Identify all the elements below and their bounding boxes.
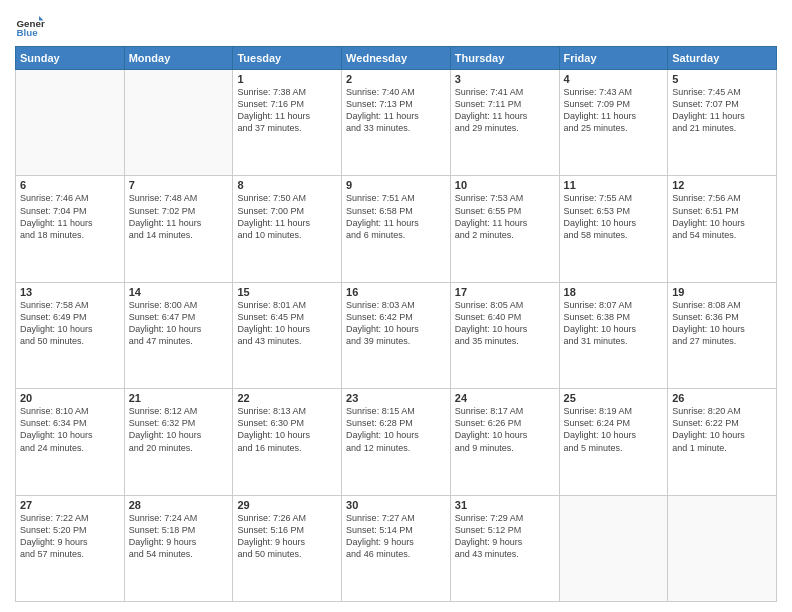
- calendar-cell: 23Sunrise: 8:15 AM Sunset: 6:28 PM Dayli…: [342, 389, 451, 495]
- day-number: 22: [237, 392, 337, 404]
- day-number: 19: [672, 286, 772, 298]
- day-number: 13: [20, 286, 120, 298]
- day-info: Sunrise: 8:07 AM Sunset: 6:38 PM Dayligh…: [564, 299, 664, 348]
- day-info: Sunrise: 7:55 AM Sunset: 6:53 PM Dayligh…: [564, 192, 664, 241]
- weekday-header-friday: Friday: [559, 47, 668, 70]
- day-number: 25: [564, 392, 664, 404]
- day-number: 31: [455, 499, 555, 511]
- calendar-cell: 25Sunrise: 8:19 AM Sunset: 6:24 PM Dayli…: [559, 389, 668, 495]
- weekday-header-sunday: Sunday: [16, 47, 125, 70]
- weekday-header-monday: Monday: [124, 47, 233, 70]
- weekday-header-tuesday: Tuesday: [233, 47, 342, 70]
- calendar-week-row: 1Sunrise: 7:38 AM Sunset: 7:16 PM Daylig…: [16, 70, 777, 176]
- calendar-cell: [16, 70, 125, 176]
- calendar-cell: 13Sunrise: 7:58 AM Sunset: 6:49 PM Dayli…: [16, 282, 125, 388]
- day-number: 4: [564, 73, 664, 85]
- day-info: Sunrise: 8:19 AM Sunset: 6:24 PM Dayligh…: [564, 405, 664, 454]
- day-info: Sunrise: 7:41 AM Sunset: 7:11 PM Dayligh…: [455, 86, 555, 135]
- calendar-cell: 27Sunrise: 7:22 AM Sunset: 5:20 PM Dayli…: [16, 495, 125, 601]
- day-number: 7: [129, 179, 229, 191]
- weekday-header-saturday: Saturday: [668, 47, 777, 70]
- day-info: Sunrise: 7:51 AM Sunset: 6:58 PM Dayligh…: [346, 192, 446, 241]
- calendar-cell: [668, 495, 777, 601]
- day-info: Sunrise: 7:46 AM Sunset: 7:04 PM Dayligh…: [20, 192, 120, 241]
- day-info: Sunrise: 8:10 AM Sunset: 6:34 PM Dayligh…: [20, 405, 120, 454]
- day-number: 11: [564, 179, 664, 191]
- day-number: 16: [346, 286, 446, 298]
- calendar-cell: 18Sunrise: 8:07 AM Sunset: 6:38 PM Dayli…: [559, 282, 668, 388]
- day-info: Sunrise: 8:01 AM Sunset: 6:45 PM Dayligh…: [237, 299, 337, 348]
- calendar-cell: 22Sunrise: 8:13 AM Sunset: 6:30 PM Dayli…: [233, 389, 342, 495]
- day-number: 20: [20, 392, 120, 404]
- calendar-cell: [559, 495, 668, 601]
- calendar-cell: 28Sunrise: 7:24 AM Sunset: 5:18 PM Dayli…: [124, 495, 233, 601]
- calendar-week-row: 20Sunrise: 8:10 AM Sunset: 6:34 PM Dayli…: [16, 389, 777, 495]
- calendar-cell: 21Sunrise: 8:12 AM Sunset: 6:32 PM Dayli…: [124, 389, 233, 495]
- day-info: Sunrise: 7:27 AM Sunset: 5:14 PM Dayligh…: [346, 512, 446, 561]
- day-number: 21: [129, 392, 229, 404]
- calendar-cell: 26Sunrise: 8:20 AM Sunset: 6:22 PM Dayli…: [668, 389, 777, 495]
- day-number: 28: [129, 499, 229, 511]
- calendar-cell: 4Sunrise: 7:43 AM Sunset: 7:09 PM Daylig…: [559, 70, 668, 176]
- day-info: Sunrise: 8:05 AM Sunset: 6:40 PM Dayligh…: [455, 299, 555, 348]
- day-info: Sunrise: 7:38 AM Sunset: 7:16 PM Dayligh…: [237, 86, 337, 135]
- day-info: Sunrise: 8:03 AM Sunset: 6:42 PM Dayligh…: [346, 299, 446, 348]
- day-info: Sunrise: 7:43 AM Sunset: 7:09 PM Dayligh…: [564, 86, 664, 135]
- day-number: 15: [237, 286, 337, 298]
- calendar-cell: 30Sunrise: 7:27 AM Sunset: 5:14 PM Dayli…: [342, 495, 451, 601]
- day-info: Sunrise: 7:26 AM Sunset: 5:16 PM Dayligh…: [237, 512, 337, 561]
- svg-text:Blue: Blue: [17, 27, 39, 38]
- day-info: Sunrise: 8:20 AM Sunset: 6:22 PM Dayligh…: [672, 405, 772, 454]
- day-number: 26: [672, 392, 772, 404]
- day-number: 3: [455, 73, 555, 85]
- calendar-cell: 5Sunrise: 7:45 AM Sunset: 7:07 PM Daylig…: [668, 70, 777, 176]
- day-number: 30: [346, 499, 446, 511]
- day-number: 6: [20, 179, 120, 191]
- calendar-cell: 19Sunrise: 8:08 AM Sunset: 6:36 PM Dayli…: [668, 282, 777, 388]
- day-info: Sunrise: 7:29 AM Sunset: 5:12 PM Dayligh…: [455, 512, 555, 561]
- calendar-table: SundayMondayTuesdayWednesdayThursdayFrid…: [15, 46, 777, 602]
- day-number: 14: [129, 286, 229, 298]
- weekday-header-row: SundayMondayTuesdayWednesdayThursdayFrid…: [16, 47, 777, 70]
- day-number: 2: [346, 73, 446, 85]
- day-info: Sunrise: 7:58 AM Sunset: 6:49 PM Dayligh…: [20, 299, 120, 348]
- calendar-cell: 17Sunrise: 8:05 AM Sunset: 6:40 PM Dayli…: [450, 282, 559, 388]
- calendar-cell: 11Sunrise: 7:55 AM Sunset: 6:53 PM Dayli…: [559, 176, 668, 282]
- weekday-header-wednesday: Wednesday: [342, 47, 451, 70]
- calendar-cell: 15Sunrise: 8:01 AM Sunset: 6:45 PM Dayli…: [233, 282, 342, 388]
- day-info: Sunrise: 8:00 AM Sunset: 6:47 PM Dayligh…: [129, 299, 229, 348]
- day-info: Sunrise: 7:56 AM Sunset: 6:51 PM Dayligh…: [672, 192, 772, 241]
- calendar-cell: 24Sunrise: 8:17 AM Sunset: 6:26 PM Dayli…: [450, 389, 559, 495]
- day-number: 17: [455, 286, 555, 298]
- calendar-cell: 9Sunrise: 7:51 AM Sunset: 6:58 PM Daylig…: [342, 176, 451, 282]
- day-info: Sunrise: 8:17 AM Sunset: 6:26 PM Dayligh…: [455, 405, 555, 454]
- calendar-cell: [124, 70, 233, 176]
- day-number: 1: [237, 73, 337, 85]
- calendar-cell: 16Sunrise: 8:03 AM Sunset: 6:42 PM Dayli…: [342, 282, 451, 388]
- calendar-cell: 10Sunrise: 7:53 AM Sunset: 6:55 PM Dayli…: [450, 176, 559, 282]
- day-number: 29: [237, 499, 337, 511]
- logo: General Blue: [15, 10, 45, 40]
- calendar-cell: 3Sunrise: 7:41 AM Sunset: 7:11 PM Daylig…: [450, 70, 559, 176]
- day-info: Sunrise: 8:12 AM Sunset: 6:32 PM Dayligh…: [129, 405, 229, 454]
- page: General Blue SundayMondayTuesdayWednesda…: [0, 0, 792, 612]
- day-info: Sunrise: 7:40 AM Sunset: 7:13 PM Dayligh…: [346, 86, 446, 135]
- calendar-cell: 7Sunrise: 7:48 AM Sunset: 7:02 PM Daylig…: [124, 176, 233, 282]
- day-number: 12: [672, 179, 772, 191]
- calendar-cell: 14Sunrise: 8:00 AM Sunset: 6:47 PM Dayli…: [124, 282, 233, 388]
- calendar-cell: 2Sunrise: 7:40 AM Sunset: 7:13 PM Daylig…: [342, 70, 451, 176]
- calendar-cell: 31Sunrise: 7:29 AM Sunset: 5:12 PM Dayli…: [450, 495, 559, 601]
- logo-icon: General Blue: [15, 10, 45, 40]
- calendar-cell: 8Sunrise: 7:50 AM Sunset: 7:00 PM Daylig…: [233, 176, 342, 282]
- calendar-cell: 1Sunrise: 7:38 AM Sunset: 7:16 PM Daylig…: [233, 70, 342, 176]
- calendar-week-row: 6Sunrise: 7:46 AM Sunset: 7:04 PM Daylig…: [16, 176, 777, 282]
- day-info: Sunrise: 7:48 AM Sunset: 7:02 PM Dayligh…: [129, 192, 229, 241]
- day-number: 10: [455, 179, 555, 191]
- day-info: Sunrise: 7:53 AM Sunset: 6:55 PM Dayligh…: [455, 192, 555, 241]
- day-info: Sunrise: 7:50 AM Sunset: 7:00 PM Dayligh…: [237, 192, 337, 241]
- day-info: Sunrise: 8:08 AM Sunset: 6:36 PM Dayligh…: [672, 299, 772, 348]
- day-info: Sunrise: 7:22 AM Sunset: 5:20 PM Dayligh…: [20, 512, 120, 561]
- day-info: Sunrise: 7:24 AM Sunset: 5:18 PM Dayligh…: [129, 512, 229, 561]
- day-number: 18: [564, 286, 664, 298]
- header: General Blue: [15, 10, 777, 40]
